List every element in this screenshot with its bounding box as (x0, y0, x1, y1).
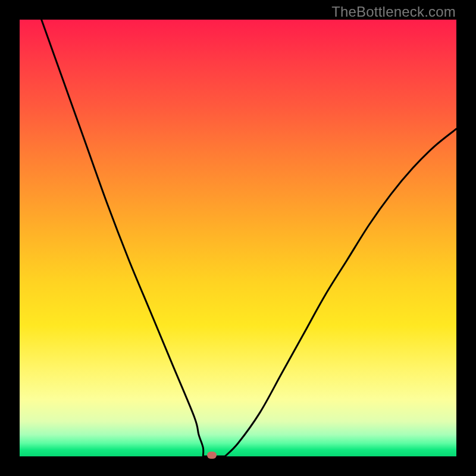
outer-frame: TheBottleneck.com (0, 0, 476, 476)
watermark-text: TheBottleneck.com (331, 4, 456, 20)
bottleneck-curve-path (42, 20, 456, 456)
minimum-marker (207, 452, 217, 459)
plot-area (20, 20, 456, 456)
curve-svg (20, 20, 456, 456)
